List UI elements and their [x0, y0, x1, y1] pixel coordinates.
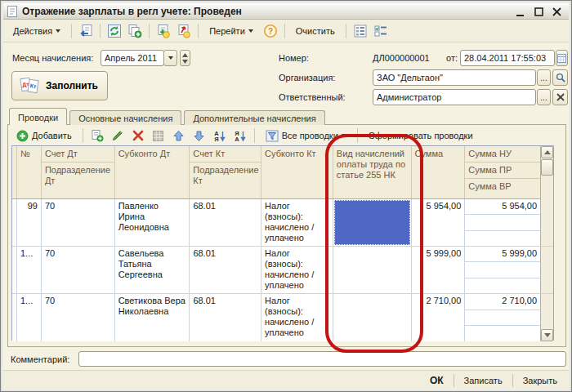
- col-header-debit-dept[interactable]: Подразделение Дт: [42, 163, 114, 198]
- cell-sum-vr[interactable]: [465, 326, 540, 341]
- col-header-sum-tax[interactable]: Сумма НУ Сумма ПР Сумма ВР: [465, 146, 540, 198]
- responsible-select-button[interactable]: ...: [537, 89, 551, 105]
- cell-sum-vr[interactable]: [465, 278, 540, 293]
- cell-accrual-type[interactable]: [333, 199, 412, 246]
- col-header-debit[interactable]: Счет Дт Подразделение Дт: [42, 146, 115, 198]
- cell-sum-tax[interactable]: 2 710,00: [465, 294, 540, 341]
- maximize-button[interactable]: [533, 6, 544, 16]
- copy-icon[interactable]: [126, 22, 144, 40]
- selected-cell[interactable]: [334, 200, 410, 245]
- col-header-credit-dept[interactable]: Подразделение Кт: [190, 163, 261, 198]
- cell-num[interactable]: 1...: [17, 247, 42, 293]
- col-header-sum-nu[interactable]: Сумма НУ: [465, 146, 540, 163]
- table-row[interactable]: 1... 70 Светикова Вера Николаевна 68.01 …: [12, 294, 553, 341]
- cell-accrual-type[interactable]: [333, 294, 412, 341]
- close-window-button[interactable]: Закрыть: [518, 374, 562, 387]
- generate-postings-button[interactable]: Сформировать проводки: [363, 127, 479, 144]
- col-header-sum[interactable]: Сумма: [412, 146, 466, 198]
- col-header-num[interactable]: №: [17, 146, 42, 198]
- cell-sum-pr[interactable]: [465, 262, 540, 278]
- help-icon[interactable]: ?: [261, 22, 279, 40]
- organization-select-button[interactable]: ...: [537, 69, 551, 86]
- move-up-icon[interactable]: [170, 127, 188, 145]
- organization-open-button[interactable]: [552, 69, 568, 86]
- date-input[interactable]: 28.04.2011 17:55:03: [460, 50, 555, 66]
- table-scrollbar-bottom[interactable]: [540, 294, 553, 341]
- comment-input[interactable]: [78, 351, 566, 367]
- cell-credit-sub[interactable]: Налог (взносы): начислено / уплачено: [261, 294, 333, 341]
- add-row-button[interactable]: Добавить: [11, 127, 78, 145]
- scroll-up-button[interactable]: [541, 146, 553, 158]
- edit-row-icon[interactable]: [109, 127, 127, 145]
- col-header-credit[interactable]: Счет Кт Подразделение Кт: [190, 146, 261, 198]
- scrollbar-track[interactable]: [541, 176, 553, 199]
- tab-additional-accruals[interactable]: Дополнительные начисления: [184, 110, 324, 125]
- clear-button[interactable]: Очистить: [290, 23, 341, 39]
- cell-sum-pr[interactable]: [465, 215, 540, 230]
- tab-main-accruals[interactable]: Основные начисления: [69, 110, 181, 125]
- cell-credit-account[interactable]: 68.01: [190, 294, 261, 341]
- cell-sum-nu[interactable]: 5 954,00: [465, 199, 540, 215]
- month-dropdown-button[interactable]: [163, 50, 177, 66]
- settings-list-icon[interactable]: [372, 22, 390, 40]
- table-row[interactable]: 1... 70 Савельева Татьяна Сергеевна 68.0…: [12, 247, 553, 294]
- cell-sum[interactable]: 5 954,00: [412, 199, 466, 246]
- scroll-down-button[interactable]: [541, 329, 553, 341]
- close-button[interactable]: [551, 6, 562, 16]
- cell-debit-account[interactable]: 70: [42, 199, 115, 246]
- cell-sum-tax[interactable]: 5 954,00: [465, 199, 540, 246]
- move-down-icon[interactable]: [190, 127, 208, 145]
- cell-num[interactable]: 99: [17, 199, 42, 246]
- sort-descending-icon[interactable]: ЯА: [231, 127, 249, 145]
- post-document-icon[interactable]: [154, 22, 172, 40]
- table-scrollbar-top[interactable]: [540, 146, 553, 199]
- reread-icon[interactable]: [77, 22, 95, 40]
- cell-sum-nu[interactable]: 2 710,00: [465, 294, 540, 310]
- cell-sum[interactable]: 2 710,00: [412, 294, 466, 341]
- organization-input[interactable]: ЗАО "Дельтаон": [373, 69, 536, 86]
- fill-button[interactable]: Дт Кт Заполнить: [11, 71, 108, 100]
- col-header-debit-account[interactable]: Счет Дт: [42, 146, 114, 163]
- cell-debit-sub[interactable]: Савельева Татьяна Сергеевна: [115, 247, 190, 293]
- ok-button[interactable]: ОК: [425, 373, 449, 388]
- save-button[interactable]: Записать: [459, 374, 507, 387]
- date-picker-button[interactable]: [556, 50, 568, 66]
- cell-accrual-type[interactable]: [333, 247, 412, 293]
- all-postings-filter-button[interactable]: Все проводки: [260, 127, 352, 145]
- sort-ascending-icon[interactable]: АЯ: [211, 127, 229, 145]
- cell-credit-account[interactable]: 68.01: [190, 247, 261, 293]
- cell-credit-sub[interactable]: Налог (взносы): начислено / уплачено: [261, 247, 333, 293]
- col-header-credit-account[interactable]: Счет Кт: [190, 146, 261, 163]
- goto-menu-button[interactable]: Перейти: [203, 23, 259, 39]
- responsible-clear-button[interactable]: [552, 89, 568, 105]
- scrollbar-track[interactable]: [540, 199, 553, 246]
- refresh-icon[interactable]: [105, 22, 123, 40]
- col-header-accrual-type[interactable]: Вид начислений оплаты труда по статье 25…: [333, 146, 412, 198]
- cell-num[interactable]: 1...: [17, 294, 42, 341]
- minimize-button[interactable]: [515, 6, 526, 16]
- col-header-credit-sub[interactable]: Субконто Кт: [261, 146, 333, 198]
- col-header-sum-pr[interactable]: Сумма ПР: [465, 163, 540, 179]
- cell-debit-sub[interactable]: Павленко Ирина Леонидовна: [115, 199, 190, 246]
- cell-sum-tax[interactable]: 5 999,00: [465, 247, 540, 293]
- month-spinner[interactable]: [180, 50, 190, 66]
- col-header-sum-vr[interactable]: Сумма ВР: [465, 179, 540, 198]
- month-input[interactable]: Апрель 2011: [101, 50, 164, 66]
- actions-menu-button[interactable]: Действия: [7, 23, 66, 39]
- scrollbar-thumb[interactable]: [541, 159, 553, 176]
- structure-list-icon[interactable]: [351, 22, 369, 40]
- delete-row-icon[interactable]: [129, 127, 147, 145]
- cell-sum-vr[interactable]: [465, 231, 540, 246]
- cell-credit-account[interactable]: 68.01: [190, 199, 261, 246]
- unpost-document-icon[interactable]: [175, 22, 193, 40]
- cell-sum-pr[interactable]: [465, 310, 540, 327]
- cell-sum[interactable]: 5 999,00: [412, 247, 466, 293]
- cell-debit-account[interactable]: 70: [42, 294, 115, 341]
- copy-row-icon[interactable]: [88, 127, 106, 145]
- cell-sum-nu[interactable]: 5 999,00: [465, 247, 540, 262]
- col-header-debit-sub[interactable]: Субконто Дт: [115, 146, 190, 198]
- cell-debit-sub[interactable]: Светикова Вера Николаевна: [115, 294, 190, 341]
- scrollbar-track[interactable]: [540, 247, 553, 293]
- cell-credit-sub[interactable]: Налог (взносы): начислено / уплачено: [261, 199, 333, 246]
- table-row[interactable]: 99 70 Павленко Ирина Леонидовна 68.01 На…: [12, 199, 553, 247]
